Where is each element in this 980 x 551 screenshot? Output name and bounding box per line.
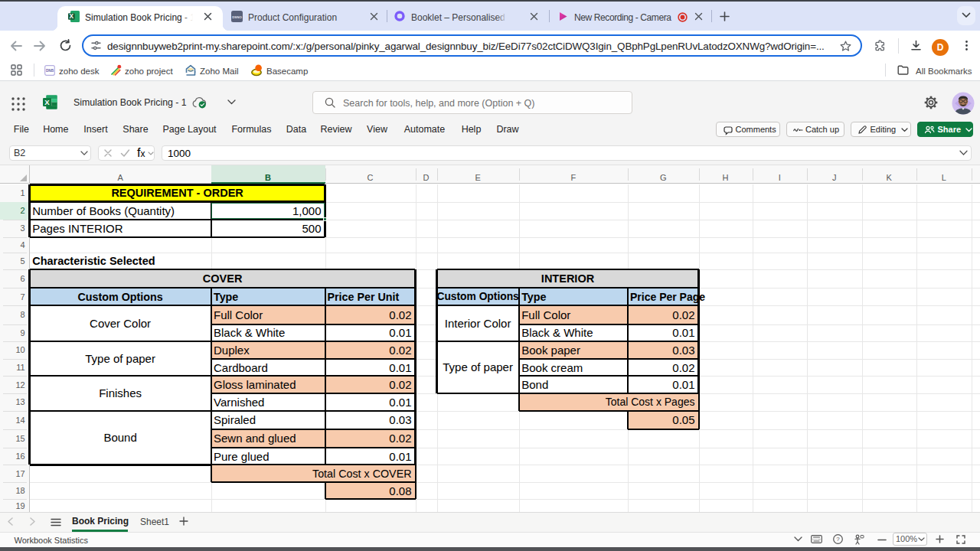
svg-text:X: X	[70, 13, 74, 20]
svg-text:X: X	[44, 98, 50, 106]
svg-text:?: ?	[836, 536, 840, 543]
svg-text:DSNO: DSNO	[232, 15, 242, 19]
svg-text:DNB: DNB	[46, 69, 54, 73]
